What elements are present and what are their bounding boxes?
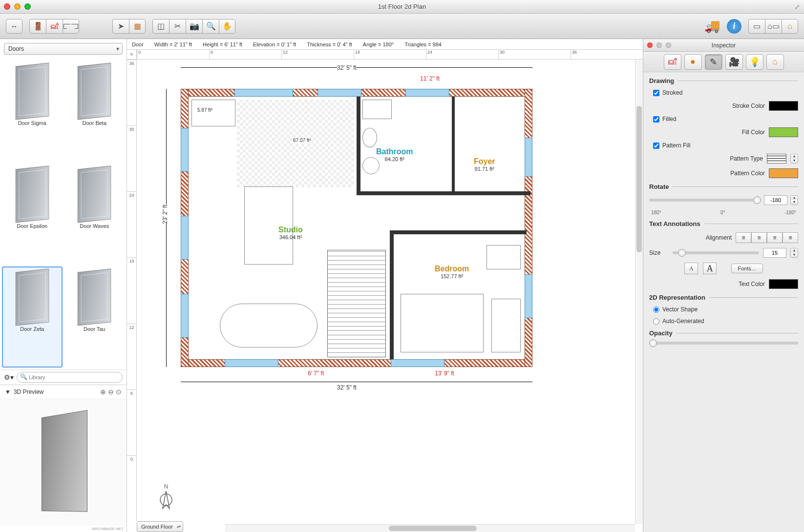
pattern-fill-checkbox[interactable] [653, 143, 659, 149]
room-studio-name: Studio [278, 225, 303, 234]
rotate-tick-left: 180° [651, 210, 661, 215]
opacity-slider[interactable] [649, 342, 798, 345]
status-object: Door [132, 41, 144, 47]
rotate-slider[interactable] [649, 199, 761, 202]
select-tool-button[interactable]: ➤ [112, 19, 129, 34]
stroke-color-swatch[interactable] [769, 101, 798, 111]
view-home-button[interactable]: ⌂ [782, 19, 798, 34]
view-3d-button[interactable]: ⌂▭ [765, 19, 782, 34]
inspector-tab-cameras[interactable]: 🎥 [725, 54, 743, 70]
ruler-tick: 36 [571, 50, 643, 59]
preview-disclosure-icon[interactable]: ▼ [5, 389, 11, 395]
align-left-button[interactable]: ≡ [736, 232, 751, 243]
rotate-value-input[interactable] [764, 195, 787, 205]
house-icon: ⌂ [772, 57, 778, 67]
room-foyer-area: 91.71 ft² [474, 166, 495, 172]
fonts-button[interactable]: Fonts… [731, 264, 763, 273]
scrollbar-horizontal[interactable] [225, 524, 635, 532]
library-search-input[interactable] [29, 372, 117, 382]
truck-icon[interactable]: 🚚 [704, 19, 720, 34]
camera-tool-button[interactable]: 📷 [186, 19, 202, 34]
room-studio-area: 346.04 ft² [278, 234, 303, 240]
library-item[interactable]: Door Epsilon [2, 164, 63, 265]
preview-zoom-out-icon[interactable]: ⊖ [108, 388, 114, 396]
size-value-input[interactable] [763, 248, 786, 258]
ruler-tick: 36 [127, 60, 136, 125]
library-item[interactable]: Door Zeta [2, 266, 63, 368]
preview-zoom-in-icon[interactable]: ⊕ [100, 388, 106, 396]
dimensions-catalog-button[interactable]: ⫍⫎ [63, 19, 79, 34]
sofa-icon: 🛋 [51, 22, 59, 31]
library-search[interactable] [17, 372, 123, 383]
align-center-button[interactable]: ≡ [751, 232, 767, 243]
font-small-a-button[interactable]: A [684, 263, 698, 274]
size-stepper[interactable]: ▲▼ [790, 248, 798, 258]
font-large-a-button[interactable]: A [703, 263, 717, 274]
library-item-label: Door Sigma [18, 120, 46, 126]
doors-catalog-button[interactable]: 🚪 [29, 19, 46, 34]
library-category-label: Doors [8, 45, 24, 52]
floor-plan[interactable]: 32' 5" ft 11' 2" ft 23' 2" ft 32' 5" ft … [147, 64, 638, 517]
library-item[interactable]: Door Beta [64, 61, 125, 162]
compass: N [156, 483, 176, 512]
house-3d-icon: ⌂▭ [767, 21, 780, 31]
filled-checkbox[interactable] [653, 116, 659, 123]
auto-generated-radio[interactable] [653, 318, 659, 325]
fill-color-swatch[interactable] [769, 127, 798, 137]
filled-label: Filled [662, 116, 677, 123]
cube-icon: ◫ [157, 21, 165, 31]
stroked-checkbox[interactable] [653, 90, 659, 96]
ruler-tick: 24 [127, 191, 136, 257]
floor-select[interactable]: Ground Floor [137, 521, 183, 532]
wall-tool-button[interactable]: ▦ [129, 19, 146, 34]
home-icon: ⌂ [787, 22, 792, 31]
library-item[interactable]: Door Sigma [2, 61, 63, 162]
info-button[interactable]: i [727, 19, 741, 34]
camera-icon: 📷 [190, 21, 199, 31]
measure-tool-button[interactable]: ✂ [169, 19, 186, 34]
library-item[interactable]: Door Waves [64, 164, 125, 265]
door-icon: 🚪 [33, 21, 43, 31]
ruler-tick: 30 [127, 125, 136, 191]
fullscreen-icon[interactable]: ⤢ [794, 3, 800, 11]
inspector-titlebar: Inspector [643, 39, 804, 52]
align-right-button[interactable]: ≡ [767, 232, 783, 243]
opacity-section-header: Opacity [649, 329, 798, 337]
vector-shape-radio[interactable] [653, 307, 659, 313]
status-thickness: Thickness = 0' 4" ft [307, 41, 352, 47]
library-settings-gear-icon[interactable]: ⚙▾ [4, 373, 14, 381]
ruler-tick: 18 [354, 50, 426, 59]
scrollbar-vertical[interactable] [635, 60, 643, 524]
pattern-type-stepper[interactable]: ▲▼ [790, 154, 798, 164]
view-2d-button[interactable]: ▭ [748, 19, 765, 34]
inspector-tab-lights[interactable]: 💡 [746, 54, 763, 70]
inspector-tab-object[interactable]: 🛋 [664, 54, 681, 70]
pan-tool-button[interactable]: ✋ [219, 19, 235, 34]
fill-color-label: Fill Color [649, 129, 765, 136]
pattern-type-swatch[interactable] [767, 154, 786, 164]
preview-zoom-fit-icon[interactable]: ⊙ [116, 388, 122, 396]
furniture-catalog-button[interactable]: 🛋 [46, 19, 63, 34]
inspector-tab-2d[interactable]: ✎ [705, 54, 722, 70]
inspector-tab-materials[interactable]: ● [684, 54, 702, 70]
floor-select-label: Ground Floor [141, 524, 173, 530]
pattern-color-swatch[interactable] [769, 168, 798, 178]
preview-pane[interactable] [0, 399, 127, 526]
room-bedroom-area: 152.77 ft² [435, 273, 469, 279]
size-slider[interactable] [673, 251, 759, 254]
align-justify-button[interactable]: ≡ [783, 232, 798, 243]
dim-overall-width-bottom: 32' 5" ft [337, 384, 357, 391]
rotate-tick-right: -180° [784, 210, 796, 215]
library-sidebar: Doors Door SigmaDoor BetaDoor EpsilonDoo… [0, 39, 127, 532]
zoom-tool-button[interactable]: 🔍 [202, 19, 219, 34]
inspector-tab-building[interactable]: ⌂ [766, 54, 784, 70]
room-tool-button[interactable]: ◫ [152, 19, 169, 34]
library-category-select[interactable]: Doors [4, 43, 123, 55]
rotate-stepper[interactable]: ▲▼ [790, 195, 798, 205]
canvas[interactable]: ft 061218243036 363024181260 32' 5" ft 1… [127, 50, 643, 532]
ruler-vertical: 363024181260 [127, 60, 137, 521]
nav-arrows-button[interactable]: ↔ [6, 19, 22, 34]
text-color-swatch[interactable] [769, 279, 798, 289]
library-item[interactable]: Door Tau [64, 266, 125, 368]
ruler-tick: 0 [137, 50, 209, 59]
